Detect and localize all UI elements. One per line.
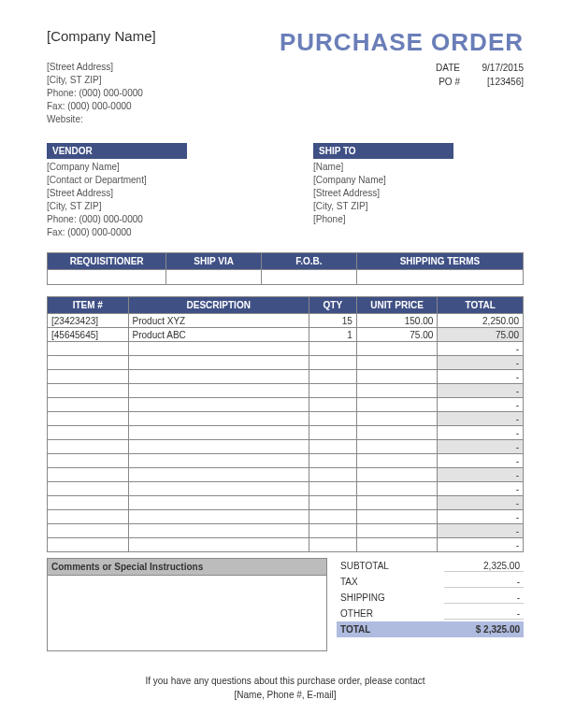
price-cell: [356, 482, 438, 496]
item-cell: [48, 538, 129, 552]
desc-cell: [128, 370, 309, 384]
qty-cell: [309, 412, 356, 426]
item-cell: [48, 482, 129, 496]
desc-cell: Product ABC: [128, 328, 309, 342]
item-cell: [48, 384, 129, 398]
total-value: $ 2,325.00: [444, 624, 524, 635]
table-row: -: [48, 384, 524, 398]
vendor-line: Fax: (000) 000-0000: [47, 226, 257, 239]
vendor-line: [Street Address]: [47, 187, 257, 200]
subtotal-label: SUBTOTAL: [337, 561, 444, 571]
qty-cell: [309, 482, 356, 496]
qty-cell: [309, 454, 356, 468]
table-row: -: [48, 412, 524, 426]
table-row: -: [48, 398, 524, 412]
item-cell: [48, 426, 129, 440]
shipto-header: SHIP TO: [313, 143, 453, 159]
price-cell: [356, 426, 438, 440]
table-row: -: [48, 468, 524, 482]
desc-cell: [128, 482, 309, 496]
total-cell: -: [438, 356, 524, 370]
item-cell: [48, 412, 129, 426]
item-header: DESCRIPTION: [128, 297, 309, 314]
company-city: [City, ST ZIP]: [47, 74, 143, 87]
shipping-value: -: [444, 592, 524, 604]
price-cell: [356, 356, 438, 370]
item-cell: [48, 370, 129, 384]
table-row: -: [48, 510, 524, 524]
qty-cell: [309, 496, 356, 510]
qty-cell: [309, 538, 356, 552]
price-cell: [356, 468, 438, 482]
total-cell: -: [438, 398, 524, 412]
total-cell: -: [438, 482, 524, 496]
shipto-line: [Company Name]: [313, 174, 524, 187]
vendor-line: [Company Name]: [47, 161, 257, 174]
vendor-header: VENDOR: [47, 143, 187, 159]
qty-cell: [309, 398, 356, 412]
company-fax: Fax: (000) 000-0000: [47, 100, 143, 113]
table-row: [45645645]Product ABC175.0075.00: [48, 328, 524, 342]
vendor-line: [City, ST ZIP]: [47, 200, 257, 213]
desc-cell: [128, 384, 309, 398]
item-header: QTY: [309, 297, 356, 314]
desc-cell: [128, 342, 309, 356]
company-phone: Phone: (000) 000-0000: [47, 87, 143, 100]
desc-cell: [128, 454, 309, 468]
shipto-line: [Street Address]: [313, 187, 524, 200]
desc-cell: [128, 524, 309, 538]
item-cell: [48, 398, 129, 412]
company-address-block: [Street Address] [City, ST ZIP] Phone: (…: [47, 61, 143, 126]
total-label: TOTAL: [337, 624, 444, 635]
qty-cell: 1: [309, 328, 356, 342]
table-row: -: [48, 482, 524, 496]
item-cell: [48, 510, 129, 524]
total-cell: -: [438, 384, 524, 398]
comments-box[interactable]: Comments or Special Instructions: [47, 558, 327, 651]
po-label: PO #: [423, 75, 460, 89]
req-header: SHIPPING TERMS: [356, 253, 523, 270]
total-cell: -: [438, 426, 524, 440]
table-row: -: [48, 524, 524, 538]
item-cell: [45645645]: [48, 328, 129, 342]
total-cell: -: [438, 370, 524, 384]
shipto-line: [Phone]: [313, 213, 524, 226]
price-cell: [356, 524, 438, 538]
table-row: [23423423]Product XYZ15150.002,250.00: [48, 314, 524, 328]
total-cell: -: [438, 440, 524, 454]
price-cell: [356, 384, 438, 398]
table-row: -: [48, 496, 524, 510]
req-row: [48, 270, 524, 285]
desc-cell: [128, 510, 309, 524]
qty-cell: [309, 426, 356, 440]
item-cell: [48, 440, 129, 454]
total-cell: -: [438, 342, 524, 356]
qty-cell: [309, 384, 356, 398]
qty-cell: [309, 524, 356, 538]
items-table: ITEM # DESCRIPTION QTY UNIT PRICE TOTAL …: [47, 296, 524, 552]
table-row: -: [48, 454, 524, 468]
po-value: [123456]: [468, 75, 524, 89]
comments-header: Comments or Special Instructions: [48, 559, 326, 576]
tax-value: -: [444, 577, 524, 588]
company-name: [Company Name]: [47, 28, 156, 44]
total-cell: -: [438, 468, 524, 482]
price-cell: [356, 342, 438, 356]
footer-line1: If you have any questions about this pur…: [47, 674, 524, 688]
shipto-section: SHIP TO [Name] [Company Name] [Street Ad…: [313, 143, 524, 239]
total-cell: -: [438, 496, 524, 510]
req-header: F.O.B.: [262, 253, 357, 270]
price-cell: [356, 370, 438, 384]
date-po-block: DATE 9/17/2015 PO # [123456]: [423, 61, 524, 126]
desc-cell: [128, 468, 309, 482]
item-cell: [48, 356, 129, 370]
qty-cell: [309, 510, 356, 524]
qty-cell: 15: [309, 314, 356, 328]
date-value: 9/17/2015: [468, 61, 524, 75]
vendor-line: [Contact or Department]: [47, 174, 257, 187]
table-row: -: [48, 440, 524, 454]
qty-cell: [309, 370, 356, 384]
price-cell: [356, 510, 438, 524]
shipto-line: [Name]: [313, 161, 524, 174]
total-cell: 2,250.00: [438, 314, 524, 328]
